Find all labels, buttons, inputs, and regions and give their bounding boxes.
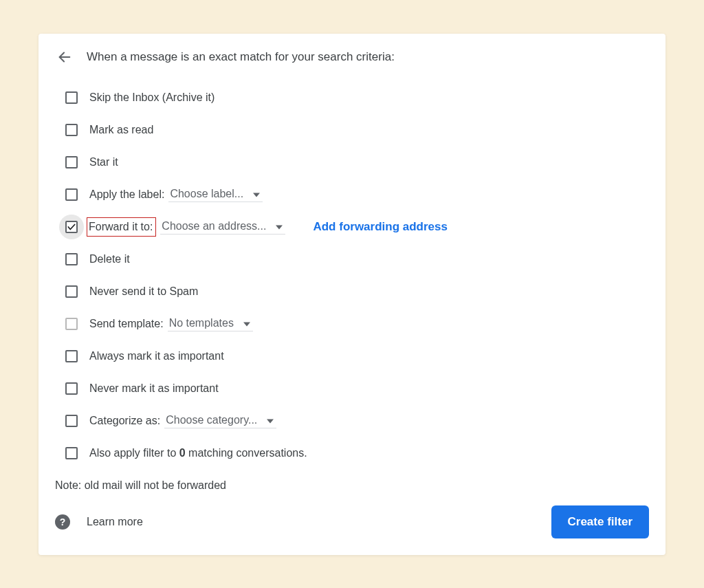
dropdown-no-templates-text: No templates bbox=[169, 317, 234, 329]
dropdown-choose-category-text: Choose category... bbox=[166, 414, 257, 426]
checkbox-forward[interactable] bbox=[65, 221, 78, 233]
also-apply-count: 0 bbox=[179, 447, 186, 459]
checkbox-focus-ring bbox=[59, 215, 84, 239]
label-star: Star it bbox=[89, 156, 118, 168]
label-delete: Delete it bbox=[89, 253, 130, 265]
also-apply-post: matching conversations. bbox=[186, 447, 307, 459]
option-also-apply: Also apply filter to 0 matching conversa… bbox=[55, 437, 649, 470]
back-button[interactable] bbox=[55, 47, 74, 67]
label-mark-read: Mark as read bbox=[89, 124, 153, 136]
dropdown-choose-address[interactable]: Choose an address... bbox=[160, 220, 285, 235]
option-always-important: Always mark it as important bbox=[55, 340, 649, 373]
dropdown-no-templates[interactable]: No templates bbox=[168, 317, 253, 331]
option-mark-read: Mark as read bbox=[55, 114, 649, 146]
caret-down-icon bbox=[267, 419, 274, 423]
label-apply-label: Apply the label: bbox=[89, 188, 164, 201]
label-categorize: Categorize as: bbox=[89, 415, 160, 427]
checkbox-apply-label[interactable] bbox=[65, 188, 78, 201]
add-forwarding-address-link[interactable]: Add forwarding address bbox=[313, 220, 448, 234]
checkbox-categorize[interactable] bbox=[65, 415, 78, 427]
option-skip-inbox: Skip the Inbox (Archive it) bbox=[55, 82, 649, 114]
footer-left: ? Learn more bbox=[55, 514, 143, 530]
dropdown-choose-address-text: Choose an address... bbox=[162, 220, 266, 232]
also-apply-pre: Also apply filter to bbox=[89, 447, 179, 459]
dropdown-choose-label[interactable]: Choose label... bbox=[168, 188, 263, 202]
option-never-spam: Never send it to Spam bbox=[55, 276, 649, 308]
caret-down-icon bbox=[253, 193, 260, 197]
checkbox-always-important[interactable] bbox=[65, 350, 78, 362]
checkbox-never-spam[interactable] bbox=[65, 285, 78, 298]
label-also-apply: Also apply filter to 0 matching conversa… bbox=[89, 447, 307, 459]
check-icon bbox=[67, 222, 76, 232]
arrow-left-icon bbox=[57, 50, 72, 65]
checkbox-send-template[interactable] bbox=[65, 318, 78, 330]
checkbox-never-important[interactable] bbox=[65, 382, 78, 395]
option-never-important: Never mark it as important bbox=[55, 373, 649, 405]
dropdown-choose-label-text: Choose label... bbox=[170, 188, 243, 200]
options-list: Skip the Inbox (Archive it) Mark as read… bbox=[55, 82, 649, 470]
label-never-spam: Never send it to Spam bbox=[89, 285, 198, 298]
option-forward: Forward it to: Choose an address... Add … bbox=[55, 211, 649, 243]
checkbox-mark-read[interactable] bbox=[65, 124, 78, 136]
option-send-template: Send template: No templates bbox=[55, 308, 649, 340]
note-text: Note: old mail will not be forwarded bbox=[55, 479, 649, 492]
header-title: When a message is an exact match for you… bbox=[87, 50, 395, 64]
label-always-important: Always mark it as important bbox=[89, 350, 224, 362]
checkbox-also-apply[interactable] bbox=[65, 447, 78, 459]
checkbox-skip-inbox[interactable] bbox=[65, 91, 78, 104]
option-star: Star it bbox=[55, 146, 649, 179]
create-filter-button[interactable]: Create filter bbox=[551, 505, 649, 538]
filter-actions-panel: When a message is an exact match for you… bbox=[38, 34, 666, 555]
checkbox-delete[interactable] bbox=[65, 253, 78, 265]
option-delete: Delete it bbox=[55, 243, 649, 276]
learn-more-link[interactable]: Learn more bbox=[87, 516, 143, 528]
help-icon[interactable]: ? bbox=[55, 514, 70, 530]
label-forward: Forward it to: bbox=[87, 217, 156, 237]
dropdown-choose-category[interactable]: Choose category... bbox=[164, 414, 276, 428]
label-skip-inbox: Skip the Inbox (Archive it) bbox=[89, 91, 214, 104]
caret-down-icon bbox=[243, 322, 250, 326]
header-row: When a message is an exact match for you… bbox=[55, 47, 649, 67]
option-categorize: Categorize as: Choose category... bbox=[55, 405, 649, 437]
checkbox-star[interactable] bbox=[65, 156, 78, 168]
footer: ? Learn more Create filter bbox=[55, 505, 649, 538]
caret-down-icon bbox=[276, 225, 283, 229]
label-never-important: Never mark it as important bbox=[89, 382, 219, 395]
option-apply-label: Apply the label: Choose label... bbox=[55, 179, 649, 211]
label-send-template: Send template: bbox=[89, 318, 164, 330]
